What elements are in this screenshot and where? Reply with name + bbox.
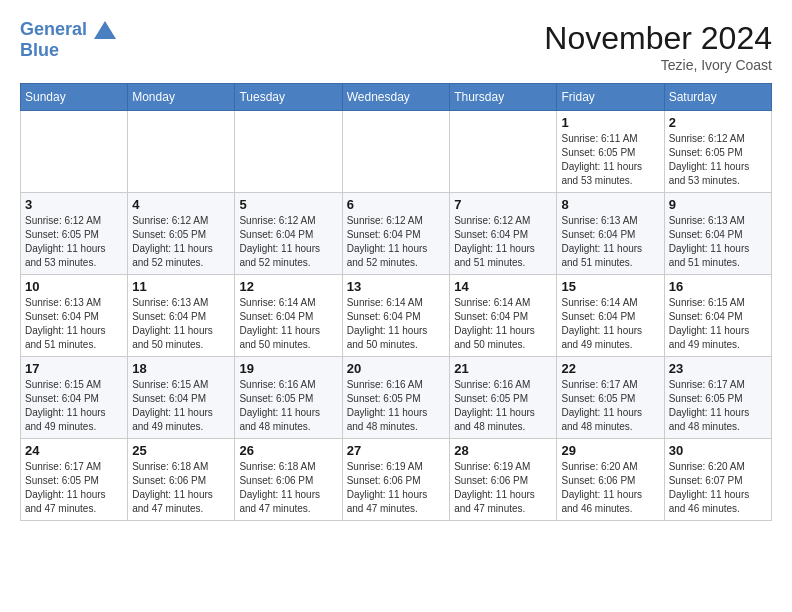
day-info: Sunrise: 6:19 AM Sunset: 6:06 PM Dayligh… [347,460,446,516]
day-info: Sunrise: 6:11 AM Sunset: 6:05 PM Dayligh… [561,132,659,188]
day-info: Sunrise: 6:20 AM Sunset: 6:07 PM Dayligh… [669,460,767,516]
calendar-cell: 27Sunrise: 6:19 AM Sunset: 6:06 PM Dayli… [342,439,450,521]
title-area: November 2024 Tezie, Ivory Coast [544,20,772,73]
calendar-cell: 9Sunrise: 6:13 AM Sunset: 6:04 PM Daylig… [664,193,771,275]
calendar-cell: 2Sunrise: 6:12 AM Sunset: 6:05 PM Daylig… [664,111,771,193]
day-info: Sunrise: 6:14 AM Sunset: 6:04 PM Dayligh… [561,296,659,352]
day-number: 12 [239,279,337,294]
calendar-cell: 16Sunrise: 6:15 AM Sunset: 6:04 PM Dayli… [664,275,771,357]
svg-marker-0 [94,21,116,39]
calendar-cell: 28Sunrise: 6:19 AM Sunset: 6:06 PM Dayli… [450,439,557,521]
day-number: 22 [561,361,659,376]
calendar-cell: 23Sunrise: 6:17 AM Sunset: 6:05 PM Dayli… [664,357,771,439]
day-info: Sunrise: 6:16 AM Sunset: 6:05 PM Dayligh… [239,378,337,434]
calendar-cell: 14Sunrise: 6:14 AM Sunset: 6:04 PM Dayli… [450,275,557,357]
calendar-cell [21,111,128,193]
calendar-cell: 29Sunrise: 6:20 AM Sunset: 6:06 PM Dayli… [557,439,664,521]
column-header-tuesday: Tuesday [235,84,342,111]
calendar-cell: 3Sunrise: 6:12 AM Sunset: 6:05 PM Daylig… [21,193,128,275]
day-info: Sunrise: 6:12 AM Sunset: 6:05 PM Dayligh… [669,132,767,188]
logo-icon [94,21,116,39]
calendar-cell [342,111,450,193]
day-info: Sunrise: 6:16 AM Sunset: 6:05 PM Dayligh… [347,378,446,434]
calendar-cell: 6Sunrise: 6:12 AM Sunset: 6:04 PM Daylig… [342,193,450,275]
day-info: Sunrise: 6:12 AM Sunset: 6:04 PM Dayligh… [347,214,446,270]
calendar-cell [128,111,235,193]
calendar-header-row: SundayMondayTuesdayWednesdayThursdayFrid… [21,84,772,111]
day-number: 28 [454,443,552,458]
day-info: Sunrise: 6:18 AM Sunset: 6:06 PM Dayligh… [132,460,230,516]
day-number: 1 [561,115,659,130]
day-info: Sunrise: 6:17 AM Sunset: 6:05 PM Dayligh… [561,378,659,434]
day-number: 29 [561,443,659,458]
calendar-week-row: 10Sunrise: 6:13 AM Sunset: 6:04 PM Dayli… [21,275,772,357]
calendar-cell: 12Sunrise: 6:14 AM Sunset: 6:04 PM Dayli… [235,275,342,357]
day-number: 23 [669,361,767,376]
day-info: Sunrise: 6:15 AM Sunset: 6:04 PM Dayligh… [25,378,123,434]
calendar-week-row: 17Sunrise: 6:15 AM Sunset: 6:04 PM Dayli… [21,357,772,439]
page-header: General Blue November 2024 Tezie, Ivory … [20,20,772,73]
day-info: Sunrise: 6:19 AM Sunset: 6:06 PM Dayligh… [454,460,552,516]
day-info: Sunrise: 6:13 AM Sunset: 6:04 PM Dayligh… [669,214,767,270]
day-info: Sunrise: 6:17 AM Sunset: 6:05 PM Dayligh… [25,460,123,516]
calendar-table: SundayMondayTuesdayWednesdayThursdayFrid… [20,83,772,521]
day-number: 21 [454,361,552,376]
calendar-cell: 8Sunrise: 6:13 AM Sunset: 6:04 PM Daylig… [557,193,664,275]
calendar-cell: 18Sunrise: 6:15 AM Sunset: 6:04 PM Dayli… [128,357,235,439]
calendar-week-row: 24Sunrise: 6:17 AM Sunset: 6:05 PM Dayli… [21,439,772,521]
calendar-cell: 4Sunrise: 6:12 AM Sunset: 6:05 PM Daylig… [128,193,235,275]
calendar-cell: 7Sunrise: 6:12 AM Sunset: 6:04 PM Daylig… [450,193,557,275]
calendar-cell: 1Sunrise: 6:11 AM Sunset: 6:05 PM Daylig… [557,111,664,193]
month-title: November 2024 [544,20,772,57]
day-number: 17 [25,361,123,376]
day-number: 24 [25,443,123,458]
day-number: 15 [561,279,659,294]
calendar-week-row: 1Sunrise: 6:11 AM Sunset: 6:05 PM Daylig… [21,111,772,193]
calendar-week-row: 3Sunrise: 6:12 AM Sunset: 6:05 PM Daylig… [21,193,772,275]
day-info: Sunrise: 6:12 AM Sunset: 6:05 PM Dayligh… [25,214,123,270]
day-number: 25 [132,443,230,458]
day-info: Sunrise: 6:13 AM Sunset: 6:04 PM Dayligh… [132,296,230,352]
day-info: Sunrise: 6:12 AM Sunset: 6:05 PM Dayligh… [132,214,230,270]
day-number: 14 [454,279,552,294]
calendar-cell: 19Sunrise: 6:16 AM Sunset: 6:05 PM Dayli… [235,357,342,439]
day-info: Sunrise: 6:12 AM Sunset: 6:04 PM Dayligh… [239,214,337,270]
calendar-cell: 30Sunrise: 6:20 AM Sunset: 6:07 PM Dayli… [664,439,771,521]
day-number: 27 [347,443,446,458]
day-number: 30 [669,443,767,458]
column-header-friday: Friday [557,84,664,111]
day-info: Sunrise: 6:15 AM Sunset: 6:04 PM Dayligh… [132,378,230,434]
day-number: 19 [239,361,337,376]
day-number: 16 [669,279,767,294]
day-info: Sunrise: 6:13 AM Sunset: 6:04 PM Dayligh… [561,214,659,270]
day-number: 3 [25,197,123,212]
calendar-cell: 5Sunrise: 6:12 AM Sunset: 6:04 PM Daylig… [235,193,342,275]
logo-text: General [20,20,116,40]
day-info: Sunrise: 6:14 AM Sunset: 6:04 PM Dayligh… [239,296,337,352]
day-info: Sunrise: 6:18 AM Sunset: 6:06 PM Dayligh… [239,460,337,516]
calendar-cell: 26Sunrise: 6:18 AM Sunset: 6:06 PM Dayli… [235,439,342,521]
day-number: 7 [454,197,552,212]
logo: General Blue [20,20,116,61]
day-info: Sunrise: 6:13 AM Sunset: 6:04 PM Dayligh… [25,296,123,352]
calendar-cell: 20Sunrise: 6:16 AM Sunset: 6:05 PM Dayli… [342,357,450,439]
day-info: Sunrise: 6:20 AM Sunset: 6:06 PM Dayligh… [561,460,659,516]
day-number: 5 [239,197,337,212]
day-number: 26 [239,443,337,458]
calendar-body: 1Sunrise: 6:11 AM Sunset: 6:05 PM Daylig… [21,111,772,521]
calendar-cell [235,111,342,193]
calendar-cell: 15Sunrise: 6:14 AM Sunset: 6:04 PM Dayli… [557,275,664,357]
day-number: 2 [669,115,767,130]
day-number: 13 [347,279,446,294]
day-number: 4 [132,197,230,212]
calendar-cell: 24Sunrise: 6:17 AM Sunset: 6:05 PM Dayli… [21,439,128,521]
day-number: 8 [561,197,659,212]
calendar-cell: 17Sunrise: 6:15 AM Sunset: 6:04 PM Dayli… [21,357,128,439]
calendar-cell: 21Sunrise: 6:16 AM Sunset: 6:05 PM Dayli… [450,357,557,439]
calendar-cell: 11Sunrise: 6:13 AM Sunset: 6:04 PM Dayli… [128,275,235,357]
column-header-thursday: Thursday [450,84,557,111]
day-info: Sunrise: 6:17 AM Sunset: 6:05 PM Dayligh… [669,378,767,434]
calendar-cell: 10Sunrise: 6:13 AM Sunset: 6:04 PM Dayli… [21,275,128,357]
day-number: 6 [347,197,446,212]
day-info: Sunrise: 6:14 AM Sunset: 6:04 PM Dayligh… [454,296,552,352]
